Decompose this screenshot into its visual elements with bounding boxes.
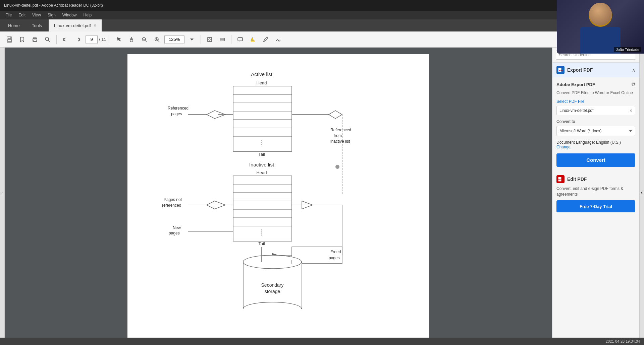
svg-rect-44 <box>233 176 292 241</box>
svg-text:inactive list: inactive list <box>330 139 350 144</box>
zoom-dropdown-button[interactable] <box>186 34 197 45</box>
edit-pdf-title: Edit PDF <box>567 177 587 182</box>
svg-text:Secondary: Secondary <box>261 282 284 288</box>
search-toolbar-button[interactable] <box>42 34 53 45</box>
svg-point-5 <box>45 37 49 41</box>
svg-marker-37 <box>329 111 342 119</box>
fit-page-button[interactable] <box>204 34 215 45</box>
main-area: › Active list Head <box>0 48 644 338</box>
webcam-person-name: João Trindade <box>614 47 641 52</box>
file-selector: Linux-vm-deitel.pdf × <box>556 106 635 115</box>
menu-help[interactable]: Help <box>81 12 95 18</box>
toolbar-sep-4 <box>231 35 231 44</box>
zoom-out-button[interactable] <box>139 34 150 45</box>
pdf-viewer[interactable]: Active list Head Tail <box>5 48 552 338</box>
svg-rect-4 <box>34 40 36 41</box>
next-page-button[interactable] <box>73 34 84 45</box>
svg-text:Head: Head <box>256 170 267 175</box>
svg-text:Tail: Tail <box>258 241 265 246</box>
tab-home[interactable]: Home <box>3 19 25 31</box>
bookmark-button[interactable] <box>17 34 28 45</box>
zoom-input[interactable] <box>164 35 184 44</box>
svg-text:Head: Head <box>256 80 267 85</box>
svg-text:Freed: Freed <box>330 250 341 254</box>
svg-rect-19 <box>238 38 243 41</box>
export-pdf-title: Export PDF <box>567 67 593 73</box>
diagram-svg: Active list Head Tail <box>148 68 399 309</box>
sign-button[interactable] <box>273 34 284 45</box>
save-button[interactable] <box>4 34 15 45</box>
right-panel-collapse[interactable]: ‹ <box>639 48 644 338</box>
svg-text:pages: pages <box>329 256 340 260</box>
highlight-button[interactable] <box>248 34 258 45</box>
tab-bar: Home Tools Linux-vm-deitel.pdf × <box>0 19 644 31</box>
file-clear-button[interactable]: × <box>630 108 632 113</box>
svg-text:pages: pages <box>171 112 182 116</box>
svg-text:Active list: Active list <box>251 71 272 77</box>
webcam-feed <box>557 0 644 54</box>
export-pdf-chevron-icon: ∧ <box>632 67 635 73</box>
svg-text:Tail: Tail <box>258 152 265 157</box>
free-trial-button[interactable]: Free 7-Day Trial <box>556 200 635 212</box>
tab-close-button[interactable]: × <box>94 23 96 28</box>
toolbar: / 11 <box>0 31 644 48</box>
tab-active-label: Linux-vm-deitel.pdf <box>54 23 91 28</box>
hand-tool-button[interactable] <box>126 34 137 45</box>
menu-window[interactable]: Window <box>60 12 79 18</box>
left-panel-collapse[interactable]: › <box>0 48 5 338</box>
change-language-link[interactable]: Change <box>556 145 571 149</box>
menu-edit[interactable]: Edit <box>16 12 28 18</box>
toolbar-sep-3 <box>201 35 201 44</box>
print-button[interactable] <box>30 34 40 45</box>
comment-button[interactable] <box>235 34 246 45</box>
svg-line-11 <box>145 41 147 42</box>
export-pdf-icon: PDF <box>556 66 565 74</box>
draw-button[interactable] <box>260 34 271 45</box>
convert-button[interactable]: Convert <box>556 153 635 167</box>
export-pdf-header[interactable]: PDF Export PDF ∧ <box>552 63 639 77</box>
svg-text:Referenced: Referenced <box>330 128 351 132</box>
tab-tools[interactable]: Tools <box>26 19 47 31</box>
select-pdf-label[interactable]: Select PDF File <box>556 99 635 104</box>
convert-to-label: Convert to <box>556 119 635 124</box>
svg-text:pages: pages <box>169 231 180 235</box>
doc-language-label: Document Language: <box>556 140 595 145</box>
prev-page-button[interactable] <box>60 34 71 45</box>
adobe-export-content: Adobe Export PDF ⧉ Convert PDF Files to … <box>552 77 639 171</box>
menu-sign[interactable]: Sign <box>45 12 58 18</box>
menu-bar: File Edit View Sign Window Help <box>0 11 644 19</box>
tab-active-file[interactable]: Linux-vm-deitel.pdf × <box>49 19 102 31</box>
svg-text:PDF: PDF <box>558 179 562 181</box>
svg-rect-16 <box>208 38 212 42</box>
zoom-in-button[interactable] <box>152 34 162 45</box>
menu-file[interactable]: File <box>3 12 14 18</box>
select-tool-button[interactable] <box>113 34 124 45</box>
fit-width-button[interactable] <box>217 34 228 45</box>
selected-file-name: Linux-vm-deitel.pdf <box>559 108 628 113</box>
toolbar-sep-1 <box>56 35 57 44</box>
page-nav: / 11 <box>86 35 106 44</box>
page-number-input[interactable] <box>86 35 98 44</box>
left-collapse-arrow-icon: › <box>2 191 3 195</box>
title-bar: Linux-vm-deitel.pdf - Adobe Acrobat Read… <box>0 0 644 11</box>
menu-view[interactable]: View <box>30 12 44 18</box>
export-pdf-section: PDF Export PDF ∧ Adobe Export PDF ⧉ Conv… <box>552 63 639 171</box>
svg-text:Inactive list: Inactive list <box>249 162 274 167</box>
adobe-export-title: Adobe Export PDF <box>556 82 595 87</box>
svg-text:Referenced: Referenced <box>168 106 189 111</box>
adobe-export-description: Convert PDF Files to Word or Excel Onlin… <box>556 90 635 96</box>
copy-link-icon[interactable]: ⧉ <box>632 81 635 87</box>
svg-line-6 <box>48 40 50 42</box>
pdf-page: Active list Head Tail <box>127 54 429 338</box>
convert-to-select[interactable]: Microsoft Word (*.docx) <box>556 126 635 136</box>
right-collapse-arrow-icon: ‹ <box>641 190 643 196</box>
page-total: / 11 <box>99 37 106 42</box>
svg-text:New: New <box>173 225 181 230</box>
svg-text:referenced: referenced <box>162 203 181 208</box>
toolbar-sep-2 <box>110 35 110 44</box>
export-pdf-header-left: PDF Export PDF <box>556 66 593 74</box>
svg-text:Pages not: Pages not <box>164 197 182 202</box>
svg-line-15 <box>158 41 159 42</box>
edit-pdf-description: Convert, edit and e-sign PDF forms & agr… <box>556 186 635 197</box>
svg-text:storage: storage <box>265 289 280 294</box>
